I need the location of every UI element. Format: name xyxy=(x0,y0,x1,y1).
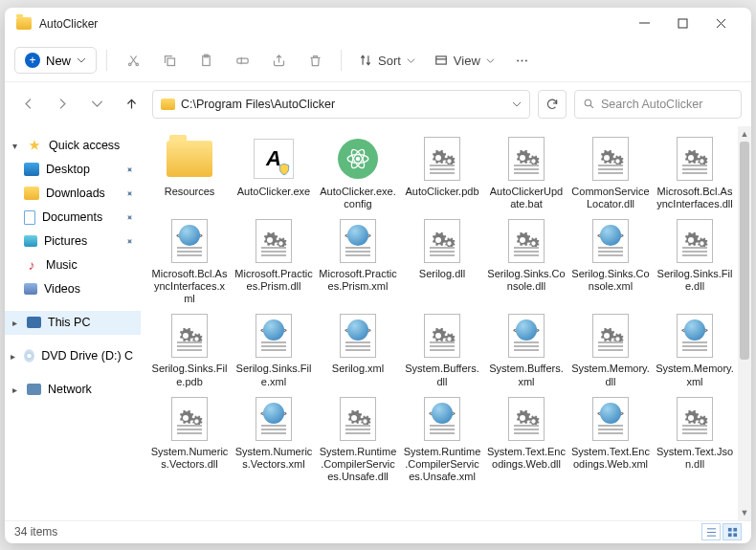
sidebar-item-videos[interactable]: Videos xyxy=(5,277,141,301)
file-item[interactable]: <>System.Numerics.Vectors.xml xyxy=(234,396,313,484)
svg-rect-14 xyxy=(727,527,731,531)
file-icon xyxy=(419,313,465,359)
view-button[interactable]: View xyxy=(427,50,502,72)
copy-button[interactable] xyxy=(153,46,186,75)
refresh-button[interactable] xyxy=(538,90,567,119)
file-item[interactable]: System.Memory.dll xyxy=(571,313,650,387)
rename-button[interactable] xyxy=(226,46,258,75)
forward-button[interactable] xyxy=(49,91,76,118)
file-item[interactable]: <>System.Buffers.xml xyxy=(487,313,566,387)
file-item[interactable]: <>Serilog.xml xyxy=(319,313,397,387)
delete-button[interactable] xyxy=(299,46,331,75)
cut-button[interactable] xyxy=(117,46,149,75)
file-item[interactable]: Resources xyxy=(150,136,229,210)
svg-rect-15 xyxy=(733,527,737,531)
icons-view-button[interactable] xyxy=(723,523,742,540)
address-bar-row: C:\Program Files\AutoClicker Search Auto… xyxy=(5,82,751,126)
file-item[interactable]: <>System.Memory.xml xyxy=(656,313,734,387)
sort-button[interactable]: Sort xyxy=(351,50,423,72)
file-item[interactable]: Serilog.Sinks.File.dll xyxy=(656,218,734,306)
svg-rect-4 xyxy=(236,58,247,63)
file-icon: <> xyxy=(167,218,212,264)
file-grid[interactable]: ResourcesAAutoClicker.exeAutoClicker.exe… xyxy=(141,126,738,520)
svg-rect-17 xyxy=(733,533,737,537)
file-item[interactable]: AutoClicker.pdb xyxy=(403,136,481,210)
sidebar: ▾ Quick access Desktop✦ Downloads✦ Docum… xyxy=(5,126,141,520)
svg-point-9 xyxy=(585,99,591,106)
file-item[interactable]: Serilog.dll xyxy=(403,218,481,306)
separator xyxy=(106,50,107,71)
file-icon xyxy=(335,396,381,442)
share-button[interactable] xyxy=(262,46,295,75)
close-button[interactable] xyxy=(701,10,740,38)
file-icon xyxy=(503,136,549,182)
file-icon xyxy=(167,396,212,442)
sidebar-item-documents[interactable]: Documents✦ xyxy=(5,206,141,230)
sidebar-network[interactable]: ▸Network xyxy=(5,378,141,402)
file-item[interactable]: AutoClicker.exe.config xyxy=(319,136,397,210)
sidebar-item-downloads[interactable]: Downloads✦ xyxy=(5,182,141,206)
folder-icon xyxy=(24,187,39,200)
file-icon: A xyxy=(251,136,297,182)
file-name: CommonServiceLocator.dll xyxy=(571,186,650,210)
svg-rect-1 xyxy=(167,58,175,66)
more-button[interactable] xyxy=(506,46,539,75)
file-item[interactable]: CommonServiceLocator.dll xyxy=(571,136,650,210)
file-item[interactable]: System.Text.Encodings.Web.dll xyxy=(487,396,566,484)
recent-button[interactable] xyxy=(83,91,110,118)
back-button[interactable] xyxy=(14,91,41,118)
file-item[interactable]: <>Microsoft.Practices.Prism.xml xyxy=(319,218,397,306)
file-name: System.Runtime.CompilerServices.Unsafe.x… xyxy=(403,446,481,484)
file-item[interactable]: System.Text.Json.dll xyxy=(656,396,734,484)
file-item[interactable]: <>Serilog.Sinks.Console.xml xyxy=(571,218,650,306)
sidebar-item-music[interactable]: ♪Music xyxy=(5,253,141,277)
file-item[interactable]: Serilog.Sinks.File.pdb xyxy=(150,313,229,387)
file-item[interactable]: Microsoft.Practices.Prism.dll xyxy=(234,218,313,306)
paste-button[interactable] xyxy=(189,46,222,75)
file-item[interactable]: Serilog.Sinks.Console.dll xyxy=(487,218,566,306)
scroll-down-button[interactable]: ▼ xyxy=(738,505,751,520)
scrollbar[interactable]: ▲ ▼ xyxy=(738,126,751,520)
chevron-down-icon: ▾ xyxy=(9,141,20,151)
file-item[interactable]: Microsoft.Bcl.AsyncInterfaces.dll xyxy=(656,136,734,210)
file-icon: <> xyxy=(672,313,718,359)
music-icon: ♪ xyxy=(24,258,39,272)
scroll-thumb[interactable] xyxy=(740,142,749,360)
search-input[interactable]: Search AutoClicker xyxy=(574,90,742,119)
file-item[interactable]: <>Serilog.Sinks.File.xml xyxy=(234,313,313,387)
file-item[interactable]: <>System.Text.Encodings.Web.xml xyxy=(571,396,650,484)
file-item[interactable]: System.Runtime.CompilerServices.Unsafe.d… xyxy=(319,396,397,484)
file-item[interactable]: System.Numerics.Vectors.dll xyxy=(150,396,229,484)
details-view-button[interactable] xyxy=(701,523,721,540)
file-item[interactable]: <>System.Runtime.CompilerServices.Unsafe… xyxy=(403,396,481,484)
new-label: New xyxy=(46,54,71,68)
sidebar-dvd-drive[interactable]: ▸DVD Drive (D:) CCCC xyxy=(5,344,141,368)
sidebar-item-desktop[interactable]: Desktop✦ xyxy=(5,158,141,182)
minimize-button[interactable] xyxy=(625,10,663,38)
new-button[interactable]: + New xyxy=(14,47,97,74)
file-name: System.Text.Encodings.Web.xml xyxy=(571,446,650,471)
file-name: System.Runtime.CompilerServices.Unsafe.d… xyxy=(319,446,397,484)
sidebar-this-pc[interactable]: ▸This PC xyxy=(5,311,141,335)
svg-point-8 xyxy=(525,59,527,61)
file-name: System.Memory.dll xyxy=(571,363,650,387)
file-name: Serilog.Sinks.Console.dll xyxy=(487,268,566,293)
file-item[interactable]: AutoClickerUpdate.bat xyxy=(487,136,566,210)
desktop-icon xyxy=(24,163,39,176)
file-name: System.Memory.xml xyxy=(656,363,734,387)
sidebar-item-pictures[interactable]: Pictures✦ xyxy=(5,230,141,253)
file-item[interactable]: <>Microsoft.Bcl.AsyncInterfaces.xml xyxy=(150,218,229,306)
file-item[interactable]: System.Buffers.dll xyxy=(403,313,481,387)
chevron-down-icon xyxy=(407,56,415,65)
scroll-track[interactable] xyxy=(738,142,751,505)
maximize-button[interactable] xyxy=(663,10,701,38)
sidebar-quick-access[interactable]: ▾ Quick access xyxy=(5,134,141,158)
address-bar[interactable]: C:\Program Files\AutoClicker xyxy=(152,90,530,119)
titlebar[interactable]: AutoClicker xyxy=(5,8,751,40)
scroll-up-button[interactable]: ▲ xyxy=(738,126,751,142)
documents-icon xyxy=(24,210,35,225)
file-item[interactable]: AAutoClicker.exe xyxy=(234,136,313,210)
file-name: Microsoft.Bcl.AsyncInterfaces.dll xyxy=(656,186,734,210)
chevron-down-icon[interactable] xyxy=(512,99,522,109)
up-button[interactable] xyxy=(118,91,145,118)
